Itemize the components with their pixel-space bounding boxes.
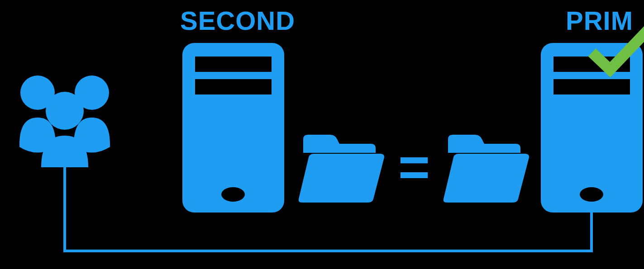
connector-line xyxy=(0,0,644,269)
diagram-stage: { "colors": { "blue": "#1E9DF2", "green"… xyxy=(0,0,644,269)
